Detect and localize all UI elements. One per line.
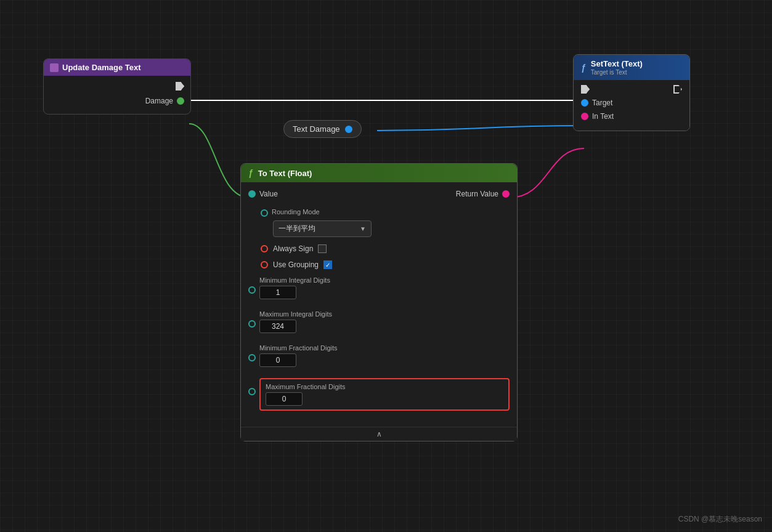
max-integral-pin-wrapper <box>248 310 256 328</box>
in-text-pin[interactable] <box>581 113 588 120</box>
use-grouping-row: Use Grouping <box>261 259 510 270</box>
min-fractional-pin-wrapper <box>248 344 256 361</box>
to-text-body: Value Return Value Rounding Mode 一半到平均 ▼ <box>241 182 517 427</box>
watermark: CSDN @慕志未晚season <box>678 514 762 525</box>
rounding-mode-dropdown[interactable]: 一半到平均 ▼ <box>273 220 372 237</box>
target-left: Target <box>581 99 612 107</box>
min-fractional-row: Minimum Fractional Digits <box>248 344 510 373</box>
node-header: Update Damage Text <box>44 59 190 76</box>
max-integral-field: Maximum Integral Digits <box>259 310 332 333</box>
text-damage-node: Text Damage <box>283 120 362 138</box>
use-grouping-label: Use Grouping <box>273 260 319 269</box>
min-integral-field: Minimum Integral Digits <box>259 276 330 299</box>
min-integral-pin[interactable] <box>248 286 256 294</box>
always-sign-pin[interactable] <box>261 245 268 252</box>
to-text-float-node: ƒ To Text (Float) Value Return Value Rou… <box>240 163 518 441</box>
rounding-pin-row: Rounding Mode <box>261 208 510 218</box>
damage-pin[interactable] <box>177 97 184 105</box>
in-text-left: In Text <box>581 112 614 121</box>
min-fractional-label: Minimum Fractional Digits <box>259 344 338 352</box>
min-integral-pin-wrapper <box>248 276 256 294</box>
rounding-mode-value: 一半到平均 <box>278 224 315 234</box>
set-text-subtitle: Target is Text <box>591 69 643 76</box>
return-value-label: Return Value <box>456 190 498 198</box>
node-body: Damage <box>44 76 190 114</box>
min-integral-label: Minimum Integral Digits <box>259 276 330 284</box>
text-damage-label: Text Damage <box>293 124 340 134</box>
max-fractional-label: Maximum Fractional Digits <box>266 383 503 390</box>
rounding-mode-section: Rounding Mode 一半到平均 ▼ <box>261 208 510 237</box>
purple-square-icon <box>50 63 59 72</box>
rounding-mode-pin[interactable] <box>261 209 268 217</box>
set-text-func-icon: ƒ <box>581 63 586 73</box>
to-text-title: To Text (Float) <box>258 169 312 178</box>
set-text-title: SetText (Text) <box>591 59 643 68</box>
max-fractional-input[interactable] <box>266 392 303 406</box>
value-pin[interactable] <box>248 190 256 198</box>
use-grouping-checkbox[interactable] <box>323 260 332 269</box>
exec-in-left <box>581 85 590 94</box>
max-fractional-row: Maximum Fractional Digits <box>248 378 510 417</box>
return-value-pin[interactable] <box>502 190 510 198</box>
always-sign-label: Always Sign <box>273 244 313 253</box>
node-title: Update Damage Text <box>62 63 141 72</box>
exec-out-pin[interactable] <box>673 85 682 94</box>
min-fractional-field: Minimum Fractional Digits <box>259 344 338 367</box>
collapse-bar[interactable]: ∧ <box>241 427 517 441</box>
exec-out-pin[interactable] <box>176 82 184 91</box>
min-fractional-input[interactable] <box>259 353 296 367</box>
target-pin[interactable] <box>581 99 588 107</box>
damage-row: Damage <box>50 97 184 105</box>
max-integral-row: Maximum Integral Digits <box>248 310 510 339</box>
set-text-body: Target In Text <box>574 80 689 131</box>
max-fractional-pin[interactable] <box>248 388 256 395</box>
max-fractional-field-highlighted: Maximum Fractional Digits <box>259 378 510 411</box>
target-row: Target <box>581 99 682 107</box>
dropdown-chevron-icon: ▼ <box>360 225 366 232</box>
always-sign-checkbox[interactable] <box>318 244 327 253</box>
rounding-mode-dropdown-row: 一半到平均 ▼ <box>273 220 510 237</box>
return-value-right: Return Value <box>456 190 510 198</box>
min-fractional-pin[interactable] <box>248 354 256 361</box>
func-icon: ƒ <box>248 168 253 178</box>
exec-row <box>50 82 184 91</box>
in-text-row: In Text <box>581 112 682 121</box>
exec-out-right <box>673 85 682 94</box>
set-text-title-block: SetText (Text) Target is Text <box>591 59 643 76</box>
value-return-row: Value Return Value <box>248 187 510 201</box>
exec-in-pin[interactable] <box>581 85 590 94</box>
max-integral-label: Maximum Integral Digits <box>259 310 332 318</box>
text-damage-out-pin[interactable] <box>345 126 352 133</box>
in-text-label: In Text <box>592 112 614 121</box>
rounding-mode-label: Rounding Mode <box>272 208 320 216</box>
min-integral-row: Minimum Integral Digits <box>248 276 510 305</box>
to-text-header: ƒ To Text (Float) <box>241 164 517 182</box>
value-left: Value <box>248 190 278 198</box>
set-text-header: ƒ SetText (Text) Target is Text <box>574 55 689 80</box>
update-damage-text-node: Update Damage Text Damage <box>43 58 191 115</box>
value-label: Value <box>259 190 278 198</box>
set-text-node: ƒ SetText (Text) Target is Text Target <box>573 54 690 131</box>
collapse-icon: ∧ <box>376 430 382 438</box>
always-sign-row: Always Sign <box>261 243 510 254</box>
set-text-exec-row <box>581 85 682 94</box>
max-integral-pin[interactable] <box>248 320 256 328</box>
target-label: Target <box>592 99 612 107</box>
max-fractional-pin-wrapper <box>248 378 256 395</box>
damage-label: Damage <box>145 97 173 105</box>
use-grouping-pin[interactable] <box>261 261 268 268</box>
min-integral-input[interactable] <box>259 286 296 299</box>
max-integral-input[interactable] <box>259 320 296 333</box>
